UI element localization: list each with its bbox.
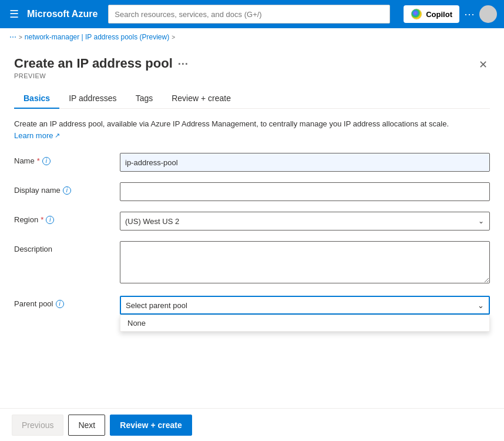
parent-pool-option-none[interactable]: None <box>120 315 489 331</box>
description-textarea[interactable] <box>120 241 490 283</box>
copilot-icon <box>411 8 422 20</box>
form-row-display-name: Display name i <box>14 182 490 201</box>
external-link-icon: ↗ <box>55 131 60 141</box>
topbar-right: Copilot ⋯ <box>404 5 497 23</box>
tabs: Basics IP addresses Tags Review + create <box>14 89 490 109</box>
preview-badge: PREVIEW <box>14 72 188 79</box>
region-select-wrapper: (US) East US (US) East US 2 (US) West US… <box>120 212 490 230</box>
form-row-description: Description <box>14 241 490 285</box>
breadcrumb-chevron-2: > <box>172 34 175 41</box>
info-icon-parent-pool[interactable]: i <box>56 300 64 308</box>
info-icon-name[interactable]: i <box>42 157 51 165</box>
breadcrumb: ⋯ > network-manager | IP address pools (… <box>0 28 504 46</box>
hamburger-menu-icon[interactable]: ☰ <box>7 5 21 23</box>
parent-pool-dropdown-button[interactable]: Select parent pool ⌄ <box>120 296 490 315</box>
form-label-display-name: Display name i <box>14 182 108 195</box>
learn-more-link[interactable]: Learn more ↗ <box>14 130 60 142</box>
copilot-button[interactable]: Copilot <box>404 5 459 23</box>
breadcrumb-chevron-1: > <box>19 34 22 41</box>
form-row-region: Region * i (US) East US (US) East US 2 (… <box>14 212 490 230</box>
required-star-region: * <box>41 215 43 224</box>
page-header: Create an IP address pool ⋯ PREVIEW ✕ <box>14 56 490 79</box>
tab-ip-addresses[interactable]: IP addresses <box>59 89 126 109</box>
close-button[interactable]: ✕ <box>476 56 490 74</box>
previous-button: Previous <box>12 415 63 436</box>
name-input[interactable] <box>120 153 490 172</box>
footer: Previous Next Review + create <box>0 408 504 441</box>
required-star-name: * <box>37 156 40 165</box>
tab-tags[interactable]: Tags <box>126 89 163 109</box>
description-text: Create an IP address pool, available via… <box>14 118 490 141</box>
tab-basics[interactable]: Basics <box>14 89 59 109</box>
region-select[interactable]: (US) East US (US) East US 2 (US) West US… <box>120 212 490 230</box>
form-control-description <box>120 241 490 285</box>
form-row-name: Name * i <box>14 153 490 172</box>
user-avatar[interactable] <box>479 5 497 23</box>
form-label-description: Description <box>14 241 108 253</box>
form: Name * i Display name i Region * i <box>14 153 490 315</box>
info-icon-region[interactable]: i <box>46 216 54 224</box>
page-title: Create an IP address pool ⋯ <box>14 56 188 71</box>
brand-label: Microsoft Azure <box>27 9 98 19</box>
form-control-name <box>120 153 490 172</box>
parent-pool-chevron-icon: ⌄ <box>478 301 484 310</box>
form-label-name: Name * i <box>14 153 108 165</box>
parent-pool-selected-value: Select parent pool <box>126 301 187 310</box>
review-create-button[interactable]: Review + create <box>110 415 191 436</box>
copilot-label: Copilot <box>426 10 452 19</box>
next-button[interactable]: Next <box>68 415 105 436</box>
svg-point-0 <box>411 9 422 19</box>
form-row-parent-pool: Parent pool i Select parent pool ⌄ None <box>14 296 490 315</box>
page-title-group: Create an IP address pool ⋯ PREVIEW <box>14 56 188 79</box>
page-content: Create an IP address pool ⋯ PREVIEW ✕ Ba… <box>0 46 504 324</box>
topbar-more-icon[interactable]: ⋯ <box>464 8 475 21</box>
tab-review-create[interactable]: Review + create <box>162 89 240 109</box>
breadcrumb-link[interactable]: network-manager | IP address pools (Prev… <box>25 33 169 41</box>
topbar: ☰ Microsoft Azure Copilot ⋯ <box>0 0 504 28</box>
search-input[interactable] <box>108 5 390 24</box>
page-more-icon[interactable]: ⋯ <box>177 57 188 70</box>
breadcrumb-ellipsis[interactable]: ⋯ <box>9 33 16 41</box>
form-control-display-name <box>120 182 490 201</box>
info-icon-display-name[interactable]: i <box>63 186 71 195</box>
display-name-input[interactable] <box>120 182 490 201</box>
parent-pool-dropdown: Select parent pool ⌄ None <box>120 296 490 315</box>
form-control-parent-pool: Select parent pool ⌄ None <box>120 296 490 315</box>
form-control-region: (US) East US (US) East US 2 (US) West US… <box>120 212 490 230</box>
parent-pool-dropdown-menu: None <box>120 315 490 332</box>
form-label-region: Region * i <box>14 212 108 224</box>
form-label-parent-pool: Parent pool i <box>14 296 108 308</box>
